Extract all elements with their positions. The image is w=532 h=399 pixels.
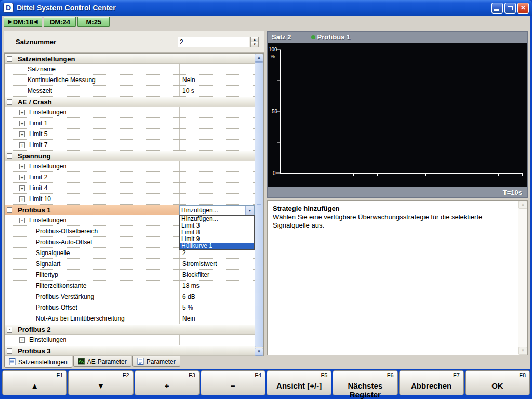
fkey-f6-button[interactable]: F6Nächstes Register [332,370,397,395]
x-axis-tick [281,173,281,176]
row-value[interactable] [179,64,255,74]
stepper-up-icon[interactable]: ▲ [250,37,259,43]
expand-plus-icon[interactable]: + [19,131,25,137]
machine-tab-m25[interactable]: M:25 [77,17,110,27]
row-value[interactable]: Nein [179,313,255,324]
expand-plus-icon[interactable]: + [19,175,25,180]
fkey-f5-button[interactable]: F5Ansicht [+/-] [267,370,331,395]
grid-row-profibus-1[interactable]: -Profibus 1Hinzufügen...▼ [5,205,255,215]
grid-row-satzeinstellungen[interactable]: -Satzeinstellungen [5,54,255,64]
property-grid: -SatzeinstellungenSatznameKontinuierlich… [4,53,264,356]
scrollbar-up-icon[interactable]: ▲ [255,54,263,62]
expand-plus-icon[interactable]: + [19,196,25,202]
grid-row-limit-5[interactable]: +Limit 5 [5,129,255,140]
row-value[interactable]: 18 ms [179,281,255,291]
row-value[interactable]: 6 dB [179,291,255,302]
combobox-dropdown-button[interactable]: ▼ [245,206,254,215]
grid-row-messzeit[interactable]: Messzeit10 s [5,86,255,97]
grid-row-profibus-offset[interactable]: Profibus-Offset5 % [5,302,255,313]
expand-plus-icon[interactable]: + [19,337,25,343]
minimize-button[interactable] [491,3,503,14]
grid-row-limit-2[interactable]: +Limit 2 [5,172,255,183]
grid-row-filterzeitkonstante[interactable]: Filterzeitkonstante18 ms [5,281,255,291]
row-value[interactable] [179,172,255,182]
grid-row-einstellungen[interactable]: +Einstellungen [5,161,255,172]
collapse-minus-icon[interactable]: - [7,207,12,213]
grid-row-limit-10[interactable]: +Limit 10 [5,194,255,205]
maximize-button[interactable] [504,3,516,14]
grid-row-ae-crash[interactable]: -AE / Crash [5,97,255,107]
collapse-minus-icon[interactable]: - [7,327,12,332]
help-scrollbar-down-icon[interactable]: ▼ [518,347,527,355]
grid-row-satzname[interactable]: Satzname [5,64,255,75]
tab-ae-parameter[interactable]: AE-Parameter [73,356,131,367]
row-value[interactable] [179,118,255,128]
grid-row-profibus-verst-rkung[interactable]: Profibus-Verstärkung6 dB [5,291,255,302]
help-scrollbar[interactable]: ▲ ▼ [518,201,527,355]
grid-row-profibus-2[interactable]: -Profibus 2 [5,324,255,335]
help-scrollbar-up-icon[interactable]: ▲ [518,201,527,209]
expand-plus-icon[interactable]: + [19,110,25,115]
machine-tab-dm18[interactable]: ▶ DM:18 ◀ [4,17,42,27]
help-body: Wählen Sie eine verfügbare Überwachungss… [273,213,513,230]
row-value[interactable] [179,107,255,117]
collapse-minus-icon[interactable]: - [7,56,12,62]
expand-plus-icon[interactable]: + [19,121,25,126]
dropdown-item-h-llkurve-1[interactable]: Hüllkurve 1 [180,243,254,249]
grid-row-profibus-3[interactable]: -Profibus 3 [5,345,255,356]
dropdown-item-limit-8[interactable]: Limit 8 [180,229,254,236]
scrollbar-down-icon[interactable]: ▼ [255,348,263,356]
row-value[interactable] [179,335,255,345]
expand-plus-icon[interactable]: + [19,185,25,191]
fkey-f2-button[interactable]: F2▼ [68,370,133,395]
row-value[interactable]: 5 % [179,302,255,313]
satznummer-input[interactable] [178,37,249,47]
grid-row-einstellungen[interactable]: +Einstellungen [5,335,255,345]
fkey-f8-button[interactable]: F8OK [465,370,530,395]
collapse-minus-icon[interactable]: - [7,348,12,354]
fkey-f7-button[interactable]: F7Abbrechen [399,370,464,395]
row-value[interactable]: Nein [179,75,255,85]
machine-tab-dm24[interactable]: DM:24 [44,17,76,27]
fkey-f3-button[interactable]: F3+ [135,370,200,395]
row-value[interactable] [179,140,255,150]
collapse-minus-icon[interactable]: - [19,218,25,223]
fkey-f1-button[interactable]: F1▲ [2,370,67,395]
grid-row-limit-1[interactable]: +Limit 1 [5,118,255,129]
scrollbar-thumb[interactable] [255,62,263,347]
grid-row-limit-7[interactable]: +Limit 7 [5,140,255,151]
app-icon: D [3,3,14,13]
grid-row-not-aus-bei-limit-berschreitung[interactable]: Not-Aus bei LimitüberschreitungNein [5,313,255,324]
dropdown-item-hinzuf-gen[interactable]: Hinzufügen... [180,216,254,222]
collapse-minus-icon[interactable]: - [7,99,12,105]
row-value[interactable] [179,129,255,139]
row-value[interactable] [179,194,255,204]
row-value[interactable] [179,183,255,193]
row-value[interactable]: Blockfilter [179,270,255,280]
stepper-down-icon[interactable]: ▼ [250,42,259,47]
dropdown-item-limit-3[interactable]: Limit 3 [180,222,254,229]
close-button[interactable]: ✕ [517,3,529,14]
fkey-f4-button[interactable]: F4− [201,370,265,395]
grid-scrollbar[interactable]: ▲ ▼ [255,54,263,356]
grid-row-limit-4[interactable]: +Limit 4 [5,183,255,194]
x-axis-tick [522,173,523,176]
dropdown-item-limit-9[interactable]: Limit 9 [180,236,254,243]
list-icon [9,358,16,365]
grid-row-kontinuierliche-messung[interactable]: Kontinuierliche MessungNein [5,75,255,86]
row-value[interactable]: 10 s [179,86,255,96]
grid-row-spannung[interactable]: -Spannung [5,151,255,161]
expand-plus-icon[interactable]: + [19,142,25,148]
grid-row-filtertyp[interactable]: FiltertypBlockfilter [5,270,255,281]
row-value[interactable]: Stromistwert [179,259,255,269]
y-axis-tick [276,50,281,50]
collapse-minus-icon[interactable]: - [7,153,12,159]
row-label: Signalquelle [36,249,70,257]
expand-plus-icon[interactable]: + [19,164,25,169]
row-value[interactable] [179,161,255,171]
strategy-combobox[interactable]: Hinzufügen...▼ [179,205,255,216]
grid-row-signalart[interactable]: SignalartStromistwert [5,259,255,270]
tab-satzeinstellungen[interactable]: Satzeinstellungen [4,356,72,368]
tab-parameter[interactable]: Parameter [132,356,180,367]
grid-row-einstellungen[interactable]: +Einstellungen [5,107,255,118]
